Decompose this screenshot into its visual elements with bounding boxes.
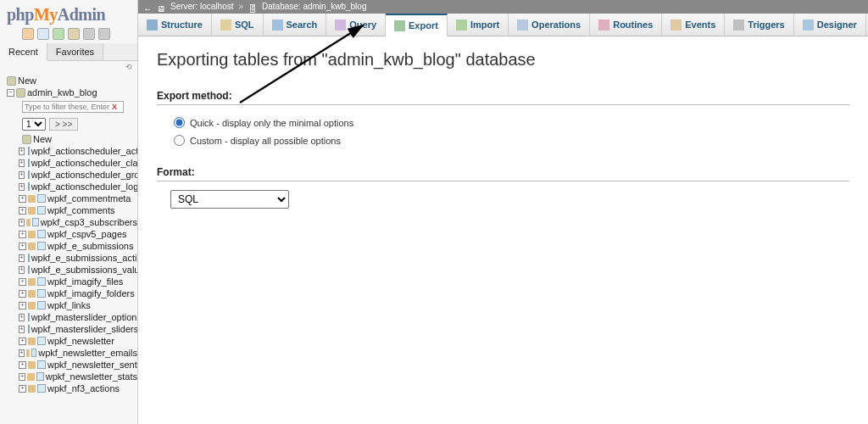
table-link-icon xyxy=(28,361,36,369)
plus-icon[interactable]: + xyxy=(19,254,25,262)
back-arrow-icon[interactable]: ← xyxy=(143,3,152,11)
breadcrumb-server[interactable]: Server: localhost xyxy=(170,0,233,14)
plus-icon[interactable]: + xyxy=(19,219,25,226)
table-icon xyxy=(28,265,30,274)
tab-operations[interactable]: Operations xyxy=(509,14,590,36)
tab-import[interactable]: Import xyxy=(448,14,509,36)
docs-icon[interactable] xyxy=(53,28,64,40)
radio-quick[interactable] xyxy=(174,117,185,128)
radio-quick-label: Quick - display only the minimal options xyxy=(190,118,353,128)
filter-clear-icon[interactable]: X xyxy=(112,103,117,111)
collapse-hint-icon[interactable]: ⟲ xyxy=(0,61,137,73)
plus-icon[interactable]: + xyxy=(19,243,26,250)
tree-new-table[interactable]: New xyxy=(19,133,137,145)
format-select[interactable]: SQL xyxy=(170,190,289,209)
table-name: wpkf_imagify_folders xyxy=(47,288,135,298)
tab-structure[interactable]: Structure xyxy=(138,14,212,36)
table-icon xyxy=(37,194,46,203)
table-row[interactable]: +wpkf_actionscheduler_groups xyxy=(19,169,137,181)
table-row[interactable]: +wpkf_nf3_actions xyxy=(19,382,137,394)
radio-custom[interactable] xyxy=(174,135,185,146)
export-method-custom[interactable]: Custom - display all possible options xyxy=(157,131,849,149)
plus-icon[interactable]: + xyxy=(19,278,26,286)
logo-php: php xyxy=(7,5,34,24)
tree-db-admin-kwb-blog[interactable]: − admin_kwb_blog xyxy=(3,86,137,98)
plus-icon[interactable]: + xyxy=(19,207,26,215)
table-row[interactable]: +wpkf_imagify_folders xyxy=(19,287,137,299)
plus-icon[interactable]: + xyxy=(19,302,26,310)
tab-triggers[interactable]: Triggers xyxy=(725,14,793,36)
tab-routines[interactable]: Routines xyxy=(590,14,662,36)
tab-export[interactable]: Export xyxy=(386,14,448,36)
reload-icon[interactable] xyxy=(83,28,95,40)
plus-icon[interactable]: + xyxy=(19,171,25,179)
table-row[interactable]: +wpkf_masterslider_options xyxy=(19,311,137,323)
refresh-icon[interactable] xyxy=(98,28,110,40)
tree-new-db[interactable]: New xyxy=(3,75,137,86)
tab-recent[interactable]: Recent xyxy=(0,43,47,61)
table-link-icon xyxy=(27,373,34,381)
sidebar-toolbar xyxy=(0,26,137,43)
plus-icon[interactable]: + xyxy=(19,266,25,274)
logout-icon[interactable] xyxy=(37,28,49,40)
plus-icon[interactable]: + xyxy=(19,338,26,345)
table-row[interactable]: +wpkf_comments xyxy=(19,204,137,216)
nav-settings-icon[interactable] xyxy=(68,28,80,40)
home-icon[interactable] xyxy=(22,28,34,40)
table-row[interactable]: +wpkf_newsletter_stats xyxy=(19,371,137,382)
table-link-icon xyxy=(28,302,36,310)
table-row[interactable]: +wpkf_e_submissions xyxy=(19,240,137,252)
routines-icon xyxy=(598,20,609,31)
plus-icon[interactable]: + xyxy=(19,290,26,298)
table-icon xyxy=(28,325,30,333)
tab-query[interactable]: Query xyxy=(326,14,386,36)
plus-icon[interactable]: + xyxy=(19,231,26,238)
plus-icon[interactable]: + xyxy=(19,148,25,155)
plus-icon[interactable]: + xyxy=(19,326,25,333)
minus-icon[interactable]: − xyxy=(7,89,14,97)
tab-favorites[interactable]: Favorites xyxy=(47,43,103,60)
table-row[interactable]: +wpkf_imagify_files xyxy=(19,276,137,287)
tree-new-table-label: New xyxy=(33,134,52,144)
table-row[interactable]: +wpkf_newsletter_sent xyxy=(19,359,137,371)
table-row[interactable]: +wpkf_actionscheduler_claims xyxy=(19,157,137,169)
table-row[interactable]: +wpkf_e_submissions_values xyxy=(19,264,137,276)
phpmyadmin-logo[interactable]: phpMyAdmin xyxy=(0,0,137,26)
triggers-icon xyxy=(733,20,744,31)
tab-events[interactable]: Events xyxy=(662,14,725,36)
table-row[interactable]: +wpkf_e_submissions_actions xyxy=(19,252,137,264)
table-row[interactable]: +wpkf_newsletter xyxy=(19,335,137,347)
table-row[interactable]: +wpkf_actionscheduler_actions xyxy=(19,145,137,157)
table-filter-input[interactable] xyxy=(22,101,124,113)
tab-search[interactable]: Search xyxy=(264,14,327,36)
pager-select[interactable]: 1 xyxy=(22,118,46,131)
table-row[interactable]: +wpkf_commentmeta xyxy=(19,192,137,204)
plus-icon[interactable]: + xyxy=(19,314,25,321)
table-link-icon xyxy=(28,195,36,203)
table-name: wpkf_actionscheduler_groups xyxy=(31,170,138,180)
table-row[interactable]: +wpkf_masterslider_sliders xyxy=(19,323,137,335)
content: Exporting tables from "admin_kwb_blog" d… xyxy=(138,36,868,222)
export-method-quick[interactable]: Quick - display only the minimal options xyxy=(157,114,849,131)
plus-icon[interactable]: + xyxy=(19,373,25,381)
main-tabstrip: Structure SQL Search Query Export Import… xyxy=(138,14,868,36)
table-row[interactable]: +wpkf_links xyxy=(19,299,137,311)
breadcrumb-database[interactable]: Database: admin_kwb_blog xyxy=(262,0,366,14)
table-row[interactable]: +wpkf_cspv5_pages xyxy=(19,228,137,240)
plus-icon[interactable]: + xyxy=(19,385,26,393)
plus-icon[interactable]: + xyxy=(19,159,25,167)
server-icon: 🖥 xyxy=(157,3,165,11)
plus-icon[interactable]: + xyxy=(19,183,25,191)
table-row[interactable]: +wpkf_actionscheduler_logs xyxy=(19,181,137,192)
table-row[interactable]: +wpkf_newsletter_emails xyxy=(19,347,137,359)
tab-designer[interactable]: Designer xyxy=(794,14,866,36)
pager-next-button[interactable]: > >> xyxy=(49,118,78,131)
tab-sql[interactable]: SQL xyxy=(212,14,264,36)
plus-icon[interactable]: + xyxy=(19,349,25,357)
plus-icon[interactable]: + xyxy=(19,361,26,369)
table-icon xyxy=(28,254,30,262)
sidebar-tabs: Recent Favorites xyxy=(0,43,137,61)
table-link-icon xyxy=(26,219,31,226)
table-row[interactable]: +wpkf_csp3_subscribers xyxy=(19,216,137,228)
plus-icon[interactable]: + xyxy=(19,195,26,203)
